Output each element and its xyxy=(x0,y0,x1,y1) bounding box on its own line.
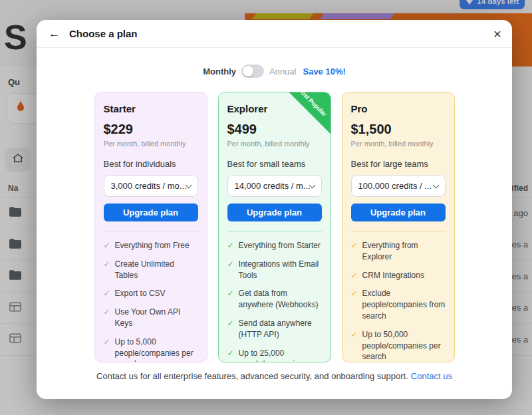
plan-card-explorer: Most Popular Explorer $499 Per month, bi… xyxy=(218,92,331,362)
plan-feature: ✓ Up to 25,000 people/companies per sear… xyxy=(227,348,322,362)
check-icon: ✓ xyxy=(104,240,110,251)
choose-plan-modal: ← Choose a plan × Monthly Annual Save 10… xyxy=(37,20,512,399)
plan-audience: Best for large teams xyxy=(351,159,446,169)
check-icon: ✓ xyxy=(227,348,234,362)
feature-text: Create Unlimited Tables xyxy=(115,259,198,281)
plan-billing-note: Per month, billed monthly xyxy=(104,140,198,148)
check-icon: ✓ xyxy=(227,259,234,281)
upgrade-plan-button[interactable]: Upgrade plan xyxy=(227,204,322,221)
feature-text: Use Your Own API Keys xyxy=(115,307,198,329)
plan-billing-note: Per month, billed monthly xyxy=(227,140,322,148)
close-button[interactable]: × xyxy=(493,27,501,41)
check-icon: ✓ xyxy=(351,329,358,362)
check-icon: ✓ xyxy=(227,240,234,251)
plan-card-starter: Starter $229 Per month, billed monthly B… xyxy=(94,92,207,362)
feature-text: Everything from Starter xyxy=(239,240,321,251)
plan-card-pro: Pro $1,500 Per month, billed monthly Bes… xyxy=(342,92,455,362)
feature-text: Export to CSV xyxy=(115,288,166,299)
plan-audience: Best for small teams xyxy=(227,159,322,169)
billing-toggle[interactable] xyxy=(241,65,264,78)
credits-select[interactable]: 3,000 credits / mo... xyxy=(104,175,198,197)
check-icon: ✓ xyxy=(104,259,110,281)
toggle-knob xyxy=(243,66,253,76)
plan-feature: ✓ Up to 5,000 people/companies per searc… xyxy=(104,337,198,362)
feature-text: Everything from Explorer xyxy=(362,240,446,263)
chevron-down-icon xyxy=(309,182,315,188)
plan-feature: ✓ CRM Integrations xyxy=(351,270,446,281)
plan-feature: ✓ Everything from Starter xyxy=(227,240,322,251)
plan-price: $229 xyxy=(104,122,198,137)
check-icon: ✓ xyxy=(104,307,110,329)
plan-feature: ✓ Get data from anywhere (Webhooks) xyxy=(227,288,322,311)
credits-selected-value: 3,000 credits / mo... xyxy=(111,181,186,191)
plan-cards-row: Starter $229 Per month, billed monthly B… xyxy=(37,92,512,362)
annual-label: Annual xyxy=(269,67,296,76)
footer-text: Contact us for all enterprise features, … xyxy=(96,371,408,381)
check-icon: ✓ xyxy=(104,337,110,362)
plan-feature: ✓ Up to 50,000 people/companies per sear… xyxy=(351,329,446,362)
modal-header: ← Choose a plan × xyxy=(37,20,512,48)
billing-toggle-row: Monthly Annual Save 10%! xyxy=(37,65,512,78)
app-page: 14 days left S Qu Na modified r ago nute… xyxy=(0,0,532,415)
plan-feature: ✓ Everything from Free xyxy=(104,240,198,251)
monthly-label: Monthly xyxy=(203,67,236,76)
check-icon: ✓ xyxy=(227,288,234,311)
check-icon: ✓ xyxy=(351,240,358,263)
plan-feature: ✓ Integrations with Email Tools xyxy=(227,259,322,281)
feature-text: Send data anywhere (HTTP API) xyxy=(239,318,322,341)
feature-text: CRM Integrations xyxy=(362,270,424,281)
plan-price: $499 xyxy=(227,122,322,137)
plan-billing-note: Per month, billed monthly xyxy=(351,140,446,148)
modal-title: Choose a plan xyxy=(69,28,138,39)
plan-divider xyxy=(227,231,322,231)
save-promo-label: Save 10%! xyxy=(303,67,345,76)
feature-text: Up to 5,000 people/companies per search xyxy=(115,337,198,362)
plan-price: $1,500 xyxy=(351,122,446,137)
plan-feature: ✓ Use Your Own API Keys xyxy=(104,307,198,329)
upgrade-plan-button[interactable]: Upgrade plan xyxy=(351,204,446,221)
credits-selected-value: 14,000 credits / m... xyxy=(235,181,310,191)
check-icon: ✓ xyxy=(351,288,358,321)
check-icon: ✓ xyxy=(227,318,234,341)
plan-name: Starter xyxy=(104,103,198,114)
plan-divider xyxy=(351,231,446,231)
credits-select[interactable]: 100,000 credits / ... xyxy=(351,175,446,197)
feature-text: Everything from Free xyxy=(115,240,190,251)
plan-audience: Best for individuals xyxy=(104,159,198,169)
modal-footer: Contact us for all enterprise features, … xyxy=(37,371,512,381)
check-icon: ✓ xyxy=(104,288,110,299)
plan-feature: ✓ Create Unlimited Tables xyxy=(104,259,198,281)
check-icon: ✓ xyxy=(351,270,358,281)
plan-name: Pro xyxy=(351,103,446,114)
chevron-down-icon xyxy=(432,182,439,188)
feature-text: Get data from anywhere (Webhooks) xyxy=(239,288,322,311)
feature-text: Exclude people/companies from search xyxy=(362,288,446,321)
plan-divider xyxy=(104,231,198,231)
plan-feature: ✓ Everything from Explorer xyxy=(351,240,446,263)
feature-text: Up to 50,000 people/companies per search xyxy=(362,329,446,362)
back-button[interactable]: ← xyxy=(47,27,61,41)
upgrade-plan-button[interactable]: Upgrade plan xyxy=(104,204,198,221)
credits-select[interactable]: 14,000 credits / m... xyxy=(227,175,322,197)
plan-feature: ✓ Send data anywhere (HTTP API) xyxy=(227,318,322,341)
credits-selected-value: 100,000 credits / ... xyxy=(358,181,432,191)
feature-text: Integrations with Email Tools xyxy=(239,259,322,281)
plan-feature: ✓ Exclude people/companies from search xyxy=(351,288,446,321)
plan-feature: ✓ Export to CSV xyxy=(104,288,198,299)
feature-text: Up to 25,000 people/companies per search xyxy=(239,348,322,362)
chevron-down-icon xyxy=(185,182,192,188)
contact-us-link[interactable]: Contact us xyxy=(411,371,452,381)
